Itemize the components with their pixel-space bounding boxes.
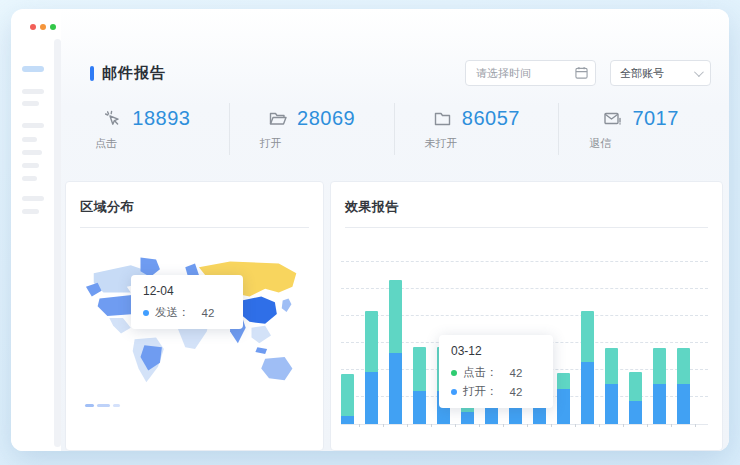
x-axis-tick bbox=[527, 424, 528, 427]
stat-unopened-value: 86057 bbox=[462, 107, 520, 130]
calendar-icon bbox=[575, 66, 588, 79]
folder-open-icon bbox=[268, 109, 287, 128]
bar-segment-click bbox=[365, 311, 378, 372]
stat-opened-label: 打开 bbox=[260, 136, 282, 151]
sidebar-divider bbox=[54, 39, 61, 447]
bar-segment-click bbox=[629, 372, 642, 401]
map-tooltip-row: 发送： 42 bbox=[143, 305, 231, 320]
chart-tooltip-open-row: 打开： 42 bbox=[451, 384, 541, 399]
sidebar-nav bbox=[11, 49, 54, 451]
map-region-mexico bbox=[109, 318, 130, 334]
bar-segment-click bbox=[653, 348, 666, 384]
x-axis-tick bbox=[431, 424, 432, 427]
map-attribution bbox=[85, 404, 120, 407]
bar-segment-open bbox=[605, 384, 618, 424]
bar-segment-click bbox=[557, 373, 570, 389]
region-panel-header: 区域分布 bbox=[80, 182, 309, 228]
map-region-china bbox=[238, 297, 277, 324]
series-dot-open bbox=[451, 389, 457, 395]
sidebar-item-6[interactable] bbox=[22, 150, 42, 155]
chart-tooltip-open-value: 42 bbox=[510, 386, 523, 398]
bar-stack-4 bbox=[413, 347, 426, 424]
mail-bounce-icon bbox=[603, 109, 622, 128]
app-window: 邮件报告 全部账号 bbox=[11, 9, 729, 451]
chevron-down-icon bbox=[694, 67, 704, 77]
date-range-picker[interactable] bbox=[465, 60, 596, 86]
zoom-window-button[interactable] bbox=[50, 24, 56, 30]
map-region-indonesia bbox=[255, 347, 267, 354]
sidebar-item-2[interactable] bbox=[22, 89, 44, 94]
bar-stack-15 bbox=[677, 348, 690, 424]
x-axis-tick bbox=[671, 424, 672, 427]
map-tooltip: 12-04 发送： 42 bbox=[131, 275, 243, 329]
folder-icon bbox=[433, 109, 452, 128]
x-axis-tick bbox=[551, 424, 552, 427]
chart-tooltip-click-label: 点击： bbox=[463, 365, 498, 380]
account-select[interactable]: 全部账号 bbox=[610, 60, 711, 86]
series-dot-send bbox=[143, 310, 149, 316]
bar-segment-open bbox=[581, 362, 594, 424]
bar-stack-12 bbox=[605, 348, 618, 424]
stats-row: 18893 点击 28069 打开 bbox=[65, 103, 723, 155]
bar-stack-10 bbox=[557, 373, 570, 424]
minimize-window-button[interactable] bbox=[40, 24, 46, 30]
title-accent-bar bbox=[90, 66, 94, 81]
x-axis-tick bbox=[383, 424, 384, 427]
map-tooltip-label: 发送： bbox=[155, 305, 190, 320]
bar-segment-open bbox=[461, 412, 474, 424]
effect-report-panel: 效果报告 03-12 点击： 42 打开： 42 bbox=[330, 181, 723, 451]
bar-segment-click bbox=[341, 374, 354, 416]
map-tooltip-value: 42 bbox=[202, 307, 215, 319]
bar-chart-tooltip: 03-12 点击： 42 打开： 42 bbox=[439, 335, 553, 408]
sidebar-item-3[interactable] bbox=[22, 101, 39, 106]
bar-stack-14 bbox=[653, 348, 666, 424]
chart-tooltip-click-value: 42 bbox=[510, 367, 523, 379]
sidebar-item-5[interactable] bbox=[22, 137, 37, 142]
stat-bounced-label: 退信 bbox=[589, 136, 611, 151]
close-window-button[interactable] bbox=[30, 24, 36, 30]
page-header: 邮件报告 全部账号 bbox=[61, 9, 729, 87]
map-region-australia bbox=[261, 357, 292, 380]
x-axis-tick bbox=[647, 424, 648, 427]
sidebar-item-10[interactable] bbox=[22, 209, 39, 214]
region-distribution-panel: 区域分布 bbox=[65, 181, 324, 451]
cursor-click-icon bbox=[103, 109, 122, 128]
sidebar-item-1-active[interactable] bbox=[22, 66, 44, 72]
bar-segment-open bbox=[413, 391, 426, 424]
stat-clicks: 18893 点击 bbox=[65, 103, 229, 155]
bar-stack-11 bbox=[581, 311, 594, 424]
account-select-value: 全部账号 bbox=[620, 66, 664, 81]
effect-panel-header: 效果报告 bbox=[345, 182, 708, 228]
panels-row: 区域分布 bbox=[65, 181, 723, 451]
bar-stack-1 bbox=[341, 374, 354, 424]
stat-clicks-value: 18893 bbox=[132, 107, 190, 130]
bar-segment-open bbox=[653, 384, 666, 424]
page-title-wrap: 邮件报告 bbox=[90, 64, 166, 83]
chart-gridline bbox=[341, 261, 708, 262]
sidebar-item-7[interactable] bbox=[22, 163, 39, 168]
sidebar-item-9[interactable] bbox=[22, 196, 44, 201]
bar-segment-open bbox=[677, 384, 690, 424]
stat-unopened-label: 未打开 bbox=[424, 136, 457, 151]
x-axis-tick bbox=[623, 424, 624, 427]
chart-tooltip-date: 03-12 bbox=[451, 344, 541, 358]
window-controls bbox=[30, 24, 56, 30]
region-panel-title: 区域分布 bbox=[80, 199, 134, 214]
x-axis-tick bbox=[479, 424, 480, 427]
main-content: 邮件报告 全部账号 bbox=[61, 9, 729, 451]
stat-opened-value: 28069 bbox=[297, 107, 355, 130]
map-region-southeast-asia bbox=[252, 326, 271, 344]
sidebar-item-8[interactable] bbox=[22, 176, 37, 181]
x-axis-tick bbox=[407, 424, 408, 427]
x-axis-tick bbox=[575, 424, 576, 427]
bar-segment-open bbox=[557, 389, 570, 424]
bar-segment-click bbox=[413, 347, 426, 391]
chart-tooltip-row-click: 点击： 42 bbox=[451, 365, 541, 380]
page-title: 邮件报告 bbox=[102, 64, 166, 83]
map-tooltip-date: 12-04 bbox=[143, 284, 231, 298]
bar-segment-click bbox=[581, 311, 594, 362]
chart-tooltip-open-label: 打开： bbox=[463, 384, 498, 399]
x-axis-tick bbox=[359, 424, 360, 427]
bar-segment-open bbox=[341, 416, 354, 424]
sidebar-item-4[interactable] bbox=[22, 123, 44, 128]
